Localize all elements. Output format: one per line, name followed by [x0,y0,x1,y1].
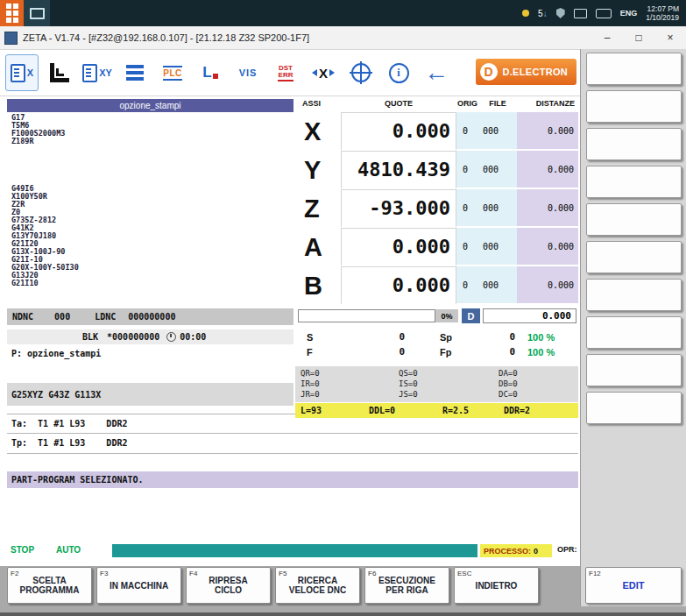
fkey-esecuzione-per-riga[interactable]: F6 ESECUZIONE PER RIGA [364,567,449,604]
minimize-button[interactable]: – [591,26,623,49]
language-indicator[interactable]: ENG [620,9,638,18]
processo-label: PROCESSO: [484,547,531,556]
col-orig: ORIG [456,99,478,111]
list-icon[interactable] [118,54,152,91]
opr-label: OPR: [557,545,577,554]
fkey-edit[interactable]: F12 EDIT [585,567,682,604]
tool-data-row: L=93 DDL=0 R=2.5 DDR=2 [295,403,578,418]
window-title: ZETA - V1.74 - [#Z32@192.168.0.107] - [2… [23,32,309,43]
fkey-in-macchina[interactable]: F3 IN MACCHINA [96,567,181,604]
axis-distance: 0.000 [517,189,578,228]
f-value: 0 [326,346,405,358]
fkey-ricerca-veloce-dnc[interactable]: F5 RICERCA VELOCE DNC [275,567,360,604]
delectron-d-emblem: D [480,63,498,81]
mode-status: AUTO [56,545,81,555]
axis-letter: X [295,112,341,151]
clock-tray[interactable]: 12:07 PM 1/10/2019 [646,4,679,22]
shield-tray-icon[interactable] [556,8,565,18]
back-arrow-icon[interactable]: ← [420,54,453,91]
softkey-blank-4[interactable] [586,166,682,198]
keyboard-tray-icon[interactable] [596,9,612,18]
axes-program-icon[interactable]: XY [81,54,114,91]
col-quote: QUOTE [341,99,456,111]
window-bottom-edge [0,606,686,616]
axis-quote: 0.000 [341,112,456,151]
tool-ddr: DDR=2 [504,406,530,415]
s-label: S [307,332,326,343]
delectron-logo: D D.ELECTRON [476,59,577,85]
axis-orig: 0 [456,151,478,189]
dst-err-icon[interactable]: DSTERR [269,54,302,91]
maximize-button[interactable]: □ [623,26,654,49]
fkey-ripresa-ciclo[interactable]: F4 RIPRESA CICLO [186,567,271,604]
delete-block-icon[interactable]: X [307,54,340,91]
blocks-icon[interactable] [43,54,76,91]
target-icon[interactable] [344,54,378,91]
program-panel-header: opzione_stampi [7,99,293,112]
tool-length: L=93 [301,406,369,415]
info-icon[interactable]: i [382,54,415,91]
axis-row-a: A 0.000 0 000 0.000 [295,228,578,266]
spindle-row: S 0 Sp 0 100 % [295,329,578,344]
gcode-line: G20X-100Y-50I30 [11,264,293,272]
left-arrowhead-icon [312,69,317,76]
gcode-line [11,177,293,185]
axis-letter: B [295,266,341,305]
softkey-blank-10[interactable] [586,392,682,424]
remote-desktop-icon[interactable] [24,0,50,26]
softkey-blank-2[interactable] [586,90,682,123]
os-date: 1/10/2019 [646,13,679,22]
gcode-line: G49I6 [11,185,293,193]
softkey-blank-8[interactable] [586,316,682,349]
axis-letter: A [295,228,341,266]
message-banner: PART-PROGRAM SELEZIONATO. [7,471,578,488]
processo-value: 0 [534,547,538,556]
ndnc-status-bar: NDNC 000 LDNC 000000000 [7,308,293,325]
part-program-icon[interactable]: X [5,54,39,91]
register-row: QR=0QS=0DA=0 [295,368,578,379]
axis-distance: 0.000 [517,151,578,189]
monitor-icon [30,8,45,19]
gcode-listing[interactable]: G17 T5M6 F1000S2000M3 Z189R G49I6 X100Y5… [7,112,293,308]
close-button[interactable]: × [654,26,686,49]
softkey-blank-5[interactable] [586,203,682,236]
register-block: QR=0QS=0DA=0 IR=0IS=0DB=0 JR=0JS=0DC=0 [295,366,578,402]
axis-file: 000 [478,151,517,189]
gcode-line [11,169,293,177]
ldnc-value: 000000000 [128,312,175,322]
plc-icon[interactable]: PLC [156,54,189,91]
download-tray-icon[interactable]: 5↓ [538,9,548,18]
logic-l-icon[interactable]: L [194,54,227,91]
tool-radius: R=2.5 [442,406,504,415]
axes-table-header: ASSI QUOTE ORIG FILE DISTANZE [295,99,578,111]
f-label: F [307,347,326,358]
blk-value: *000000000 [107,332,159,342]
feed-row: F 0 Fp 0 100 % [295,344,578,359]
ndnc-label: NDNC [12,312,33,322]
red-square-icon [213,74,218,79]
axis-letter: Z [295,189,341,228]
softkey-blank-1[interactable] [586,53,682,85]
status-progress-strip [112,544,477,557]
fkey-indietro[interactable]: ESC INDIETRO [454,567,539,604]
key-tray-icon[interactable] [522,10,529,17]
softkey-blank-3[interactable] [586,128,682,160]
softkey-blank-9[interactable] [586,354,682,386]
processo-badge: PROCESSO: 0 [480,544,552,557]
delectron-logo-text: D.ELECTRON [503,67,569,77]
axis-orig: 0 [456,266,478,305]
os-time: 12:07 PM [647,4,679,13]
axis-row-y: Y 4810.439 0 000 0.000 [295,151,578,189]
softkey-blank-6[interactable] [586,241,682,273]
fkey-scelta-programma[interactable]: F2 SCELTA PROGRAMMA [7,567,92,604]
orange-grid-app-icon[interactable] [0,0,24,26]
softkey-blank-7[interactable] [586,279,682,311]
vis-icon[interactable]: VIS [231,54,265,91]
gcode-line [11,153,293,161]
network-tray-icon[interactable] [574,9,587,18]
gcode-line: G17 [11,114,293,122]
col-distanze: DISTANZE [517,99,578,111]
axis-orig: 0 [456,189,478,228]
tool-ddl: DDL=0 [369,406,442,415]
override-progress-bar [298,309,435,322]
